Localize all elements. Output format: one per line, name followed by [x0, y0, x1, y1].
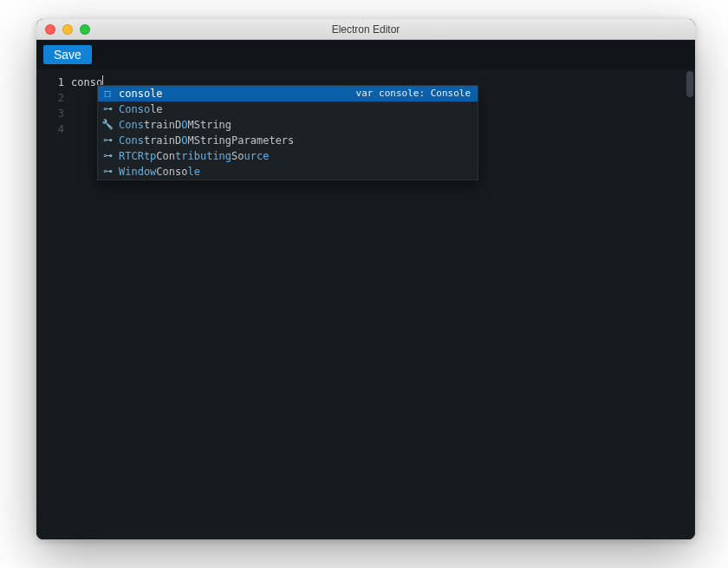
scrollbar-thumb[interactable] — [686, 71, 693, 97]
autocomplete-label: ConstrainDOMString — [119, 117, 231, 133]
class-icon: ⊶ — [101, 148, 114, 164]
line-number: 2 — [36, 90, 64, 106]
code-area[interactable]: conso ⬚consolevar console: Console⊶Conso… — [71, 69, 695, 539]
autocomplete-label: WindowConsole — [119, 164, 200, 180]
class-icon: ⊶ — [101, 164, 114, 180]
autocomplete-item[interactable]: ⬚consolevar console: Console — [98, 86, 478, 101]
autocomplete-detail: var console: Console — [356, 86, 471, 101]
save-button[interactable]: Save — [43, 45, 92, 64]
autocomplete-label: console — [119, 86, 163, 101]
autocomplete-label: Console — [119, 101, 163, 117]
line-number: 1 — [36, 75, 64, 90]
autocomplete-item[interactable]: ⊶RTCRtpContributingSource — [98, 148, 478, 164]
autocomplete-popup[interactable]: ⬚consolevar console: Console⊶Console🔧Con… — [97, 85, 478, 180]
window-title: Electron Editor — [36, 23, 695, 36]
method-icon: 🔧 — [101, 117, 114, 133]
toolbar: Save — [36, 40, 695, 69]
scrollbar-track[interactable] — [685, 69, 693, 539]
app-window: Electron Editor Save 1234 conso ⬚console… — [36, 19, 695, 539]
autocomplete-item[interactable]: ⊶Console — [98, 101, 478, 117]
line-number: 4 — [36, 121, 64, 137]
line-number: 3 — [36, 106, 64, 121]
class-icon: ⊶ — [101, 101, 114, 117]
autocomplete-item[interactable]: ⊶ConstrainDOMStringParameters — [98, 133, 478, 148]
variable-icon: ⬚ — [101, 86, 114, 101]
editor[interactable]: 1234 conso ⬚consolevar console: Console⊶… — [36, 69, 695, 539]
autocomplete-label: RTCRtpContributingSource — [119, 148, 269, 164]
class-icon: ⊶ — [101, 133, 114, 148]
titlebar[interactable]: Electron Editor — [36, 19, 695, 40]
autocomplete-item[interactable]: 🔧ConstrainDOMString — [98, 117, 478, 133]
autocomplete-item[interactable]: ⊶WindowConsole — [98, 164, 478, 180]
autocomplete-label: ConstrainDOMStringParameters — [119, 133, 294, 148]
line-gutter: 1234 — [36, 69, 71, 539]
